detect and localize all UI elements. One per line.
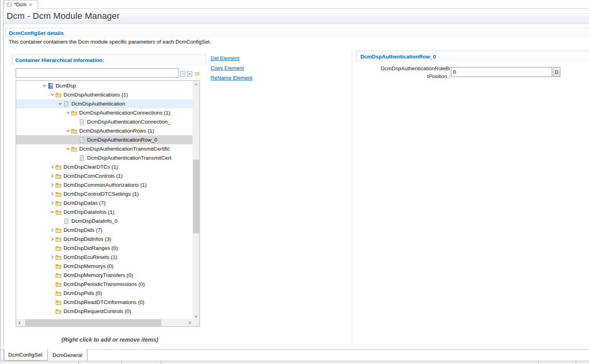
tree-item-label: DcmDspAuthenticationRow_0	[87, 137, 157, 143]
tree-section-title: Container Hierarchical information:	[15, 57, 104, 63]
tree-item-label: DcmDspAuthenticationRows (1)	[79, 128, 154, 134]
tree-item-label: DcmDspPeriodicTransmissions (0)	[64, 281, 145, 287]
tree-row[interactable]: DcmDspAuthentications (1)	[16, 90, 193, 99]
tree-row[interactable]: DcmDspAuthenticationRow_0	[16, 135, 193, 144]
tree-item-label: DcmDspAuthentication	[71, 101, 125, 107]
configset-section-title: DcmConfigSet details	[9, 30, 64, 36]
tree-item-label: DcmDspAuthentications (1)	[64, 92, 128, 98]
tree-row[interactable]: DcmDspAuthenticationConnection_	[16, 117, 193, 126]
tree-row[interactable]: DcmDspCommonAuthorizations (1)	[16, 180, 193, 189]
tree-item-label: DcmDspDataInfo_0	[71, 218, 118, 224]
page-title: Dcm - Dcm Module Manager	[7, 11, 120, 21]
expander-collapsed-icon[interactable]	[49, 191, 55, 197]
tree-row[interactable]: DcmDspEcuResets (1)	[16, 253, 193, 262]
expander-expanded-icon[interactable]	[65, 146, 71, 152]
tree-row[interactable]: DcmDspMemorys (0)	[16, 262, 193, 271]
folder-icon	[55, 290, 62, 297]
tab-close-icon[interactable]: ×	[29, 2, 32, 7]
expander-spacer	[73, 155, 79, 161]
expander-collapsed-icon[interactable]	[49, 227, 55, 233]
left-sash[interactable]	[0, 0, 4, 361]
folder-icon	[55, 272, 62, 278]
expander-collapsed-icon[interactable]	[49, 182, 55, 188]
scroll-up-icon[interactable]	[193, 81, 200, 87]
tree-item-label: DcmDspComControls (1)	[64, 173, 123, 179]
tree-row[interactable]: DcmDspAuthentication	[16, 99, 193, 108]
tree-row[interactable]: DcmDsp	[16, 81, 193, 90]
tree-item-label: DcmDsp	[56, 83, 76, 89]
editor-file-icon	[7, 3, 12, 7]
copy-element-link[interactable]: Copy Element	[211, 65, 253, 71]
tree-row[interactable]: DcmDspAuthenticationTransmitCertific	[16, 144, 193, 153]
folder-icon	[55, 263, 62, 269]
editor-tab-dcm[interactable]: *Dcm ×	[4, 0, 38, 9]
folder-icon	[55, 299, 62, 306]
tree-row[interactable]: DcmDspReadDTCInformations (0)	[16, 298, 193, 307]
tree-row[interactable]: DcmDspDataInfos (1)	[16, 207, 193, 217]
tree-row[interactable]: DcmDspDataInfo_0	[16, 217, 193, 226]
expander-expanded-icon[interactable]	[65, 128, 71, 134]
tree-hint-text: (Right click to add or remove items)	[12, 337, 208, 343]
expander-expanded-icon[interactable]	[57, 101, 63, 107]
tree-row[interactable]: DcmDspControlDTCSettings (1)	[16, 189, 193, 198]
bottom-tab-dcmconfigset[interactable]: DcmConfigSet	[4, 349, 48, 360]
tree-row[interactable]: DcmDspRequestControls (0)	[16, 307, 193, 316]
tree-item-label: DcmDspDidInfos (3)	[64, 236, 111, 242]
tree-item-label: DcmDspAuthenticationConnections (1)	[79, 110, 171, 116]
vertical-scrollbar-thumb[interactable]	[193, 160, 199, 233]
expander-collapsed-icon[interactable]	[49, 254, 55, 260]
refresh-icon[interactable]	[194, 71, 200, 77]
tree-item-label: DcmDspDidRanges (0)	[64, 245, 118, 251]
folder-icon	[55, 254, 62, 260]
configset-section-description: This container containers the Dcm module…	[9, 39, 211, 45]
container-tree: DcmDspDcmDspAuthentications (1)DcmDspAut…	[16, 80, 200, 327]
tree-row[interactable]: DcmDspAuthenticationConnections (1)	[16, 108, 193, 117]
tree-row[interactable]: DcmDspDidRanges (0)	[16, 244, 193, 253]
expander-expanded-icon[interactable]	[49, 92, 55, 98]
expander-collapsed-icon[interactable]	[49, 236, 55, 242]
tree-item-label: DcmDspClearDTCs (1)	[64, 164, 118, 170]
rolebitposition-label: DcmDspAuthenticationRoleBi tPosition :	[360, 65, 450, 80]
tree-row[interactable]: DcmDspMemoryTransfers (0)	[16, 271, 193, 280]
tree-filter-input[interactable]	[16, 68, 178, 78]
tree-row[interactable]: DcmDspComControls (1)	[16, 171, 193, 180]
expander-collapsed-icon[interactable]	[49, 200, 55, 206]
rolebitposition-input[interactable]	[451, 67, 552, 77]
rename-element-link[interactable]: ReName Element	[211, 75, 253, 81]
scroll-left-icon[interactable]	[16, 319, 23, 326]
horizontal-scrollbar-thumb[interactable]	[25, 319, 161, 326]
bottom-tab-dcmgeneral[interactable]: DcmGeneral	[48, 350, 87, 360]
book-icon	[47, 83, 54, 89]
expander-expanded-icon[interactable]	[65, 110, 71, 116]
default-value-button[interactable]: D	[553, 67, 560, 77]
form-header: Dcm - Dcm Module Manager	[4, 9, 589, 24]
details-section-title: DcmDspAuthenticationRow_0	[360, 54, 436, 60]
doc-icon	[63, 101, 69, 107]
tree-section-header: Container Hierarchical information:	[12, 55, 206, 65]
del-element-link[interactable]: Del Element	[211, 55, 253, 62]
scroll-right-icon[interactable]	[186, 319, 193, 326]
tree-row[interactable]: DcmDspDids (7)	[16, 226, 193, 235]
tree-row[interactable]: DcmDspDidInfos (3)	[16, 235, 193, 244]
tree-row[interactable]: DcmDspClearDTCs (1)	[16, 162, 193, 171]
expand-all-icon[interactable]: +	[187, 71, 192, 76]
expander-collapsed-icon[interactable]	[49, 164, 55, 170]
tree-row[interactable]: DcmDspAuthenticationRows (1)	[16, 126, 193, 135]
expander-spacer	[49, 245, 55, 251]
folder-icon	[55, 200, 62, 206]
vertical-scrollbar	[193, 81, 200, 320]
expander-expanded-icon[interactable]	[49, 209, 55, 215]
configset-section-header: DcmConfigSet details	[5, 28, 589, 38]
tree-row[interactable]: DcmDspPids (0)	[16, 289, 193, 298]
tree-item-label: DcmDspAuthenticationTransmitCert	[87, 155, 171, 161]
expander-expanded-icon[interactable]	[41, 83, 47, 89]
tree-row[interactable]: DcmDspDatas (7)	[16, 198, 193, 207]
doc-icon	[63, 218, 69, 224]
expander-spacer	[49, 308, 55, 315]
tree-row[interactable]: DcmDspPeriodicTransmissions (0)	[16, 280, 193, 289]
expander-spacer	[49, 263, 55, 269]
doc-icon	[79, 137, 85, 143]
expander-collapsed-icon[interactable]	[49, 173, 55, 179]
collapse-all-icon[interactable]: −	[180, 71, 185, 76]
tree-row[interactable]: DcmDspAuthenticationTransmitCert	[16, 153, 193, 162]
